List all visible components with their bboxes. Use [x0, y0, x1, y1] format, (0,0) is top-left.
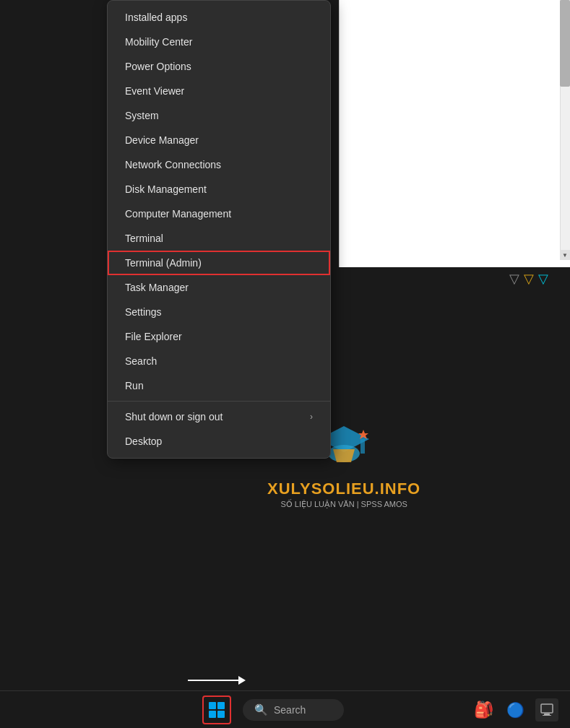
watermark-sub-text: SỐ LIỆU LUẬN VĂN | SPSS AMOS — [267, 500, 420, 509]
scrollbar-thumb[interactable] — [560, 0, 570, 87]
menu-item-label-device-manager: Device Manager — [125, 134, 199, 146]
filter-icon-yellow[interactable]: ▽ — [524, 271, 534, 287]
search-icon: 🔍 — [254, 703, 268, 716]
menu-item-event-viewer[interactable]: Event Viewer — [108, 79, 330, 103]
taskbar-right-area: 🎒 🔵 — [472, 698, 558, 722]
menu-separator-after-run — [108, 401, 330, 402]
menu-item-settings[interactable]: Settings — [108, 300, 330, 324]
menu-item-device-manager[interactable]: Device Manager — [108, 128, 330, 152]
menu-item-label-run: Run — [125, 380, 144, 391]
arrow-indicator — [188, 676, 246, 685]
scrollbar-track[interactable]: ▼ — [560, 0, 570, 260]
menu-item-label-search: Search — [125, 355, 157, 367]
svg-rect-1 — [360, 439, 365, 454]
taskbar-shield-icon[interactable]: 🔵 — [504, 698, 527, 722]
filter-icons-area: ▽ ▽ ▽ — [509, 271, 548, 287]
menu-item-label-shut-down: Shut down or sign out — [125, 411, 223, 422]
menu-item-terminal-admin[interactable]: Terminal (Admin) — [108, 251, 330, 275]
menu-item-task-manager[interactable]: Task Manager — [108, 275, 330, 300]
menu-item-label-computer-management: Computer Management — [125, 208, 231, 220]
menu-item-computer-management[interactable]: Computer Management — [108, 202, 330, 226]
menu-item-label-installed-apps: Installed apps — [125, 12, 187, 23]
arrow-line — [188, 680, 238, 681]
arrow-head — [238, 676, 246, 685]
menu-item-label-mobility-center: Mobility Center — [125, 36, 192, 48]
search-label: Search — [274, 704, 306, 716]
menu-item-desktop[interactable]: Desktop — [108, 429, 330, 454]
menu-item-run[interactable]: Run — [108, 373, 330, 398]
filter-icon-cyan[interactable]: ▽ — [538, 271, 548, 287]
taskbar: 🔍 Search 🎒 🔵 — [0, 690, 570, 728]
watermark-main-text: XULYSOLIEU.INFO — [267, 480, 420, 498]
filter-icon-gray[interactable]: ▽ — [509, 271, 519, 287]
taskbar-search-bar[interactable]: 🔍 Search — [243, 699, 344, 721]
menu-item-arrow-shut-down: › — [310, 412, 313, 422]
menu-item-label-settings: Settings — [125, 306, 162, 318]
menu-item-label-file-explorer: File Explorer — [125, 331, 182, 342]
taskbar-notification-icon[interactable]: 🎒 — [472, 698, 495, 722]
menu-item-label-network-connections: Network Connections — [125, 159, 221, 170]
win-logo-tr — [217, 702, 225, 709]
svg-rect-6 — [544, 714, 550, 715]
taskbar-desktop-icon[interactable] — [535, 698, 558, 722]
menu-item-network-connections[interactable]: Network Connections — [108, 152, 330, 177]
desktop-icon-svg — [540, 703, 553, 716]
menu-item-label-disk-management: Disk Management — [125, 183, 207, 195]
context-menu: Installed appsMobility CenterPower Optio… — [107, 0, 331, 459]
menu-item-label-terminal-admin: Terminal (Admin) — [125, 257, 202, 269]
menu-item-label-power-options: Power Options — [125, 61, 191, 72]
menu-item-terminal[interactable]: Terminal — [108, 226, 330, 251]
menu-item-label-desktop: Desktop — [125, 436, 162, 447]
menu-item-label-task-manager: Task Manager — [125, 282, 189, 293]
scrollbar-arrow-down[interactable]: ▼ — [560, 250, 570, 260]
menu-item-mobility-center[interactable]: Mobility Center — [108, 30, 330, 54]
svg-rect-5 — [541, 704, 553, 713]
menu-item-label-event-viewer: Event Viewer — [125, 85, 184, 97]
menu-item-label-system: System — [125, 110, 159, 121]
menu-item-label-terminal: Terminal — [125, 233, 163, 244]
windows-start-button[interactable] — [202, 696, 231, 724]
svg-marker-3 — [333, 449, 355, 462]
menu-item-disk-management[interactable]: Disk Management — [108, 177, 330, 202]
menu-item-file-explorer[interactable]: File Explorer — [108, 324, 330, 349]
win-logo-tl — [209, 702, 216, 709]
menu-item-installed-apps[interactable]: Installed apps — [108, 5, 330, 30]
win-logo-bl — [209, 711, 216, 718]
win-logo-br — [217, 711, 225, 718]
right-panel: ▼ — [339, 0, 570, 267]
menu-item-power-options[interactable]: Power Options — [108, 54, 330, 79]
menu-item-system[interactable]: System — [108, 103, 330, 128]
menu-item-shut-down[interactable]: Shut down or sign out› — [108, 404, 330, 429]
menu-item-search[interactable]: Search — [108, 349, 330, 373]
windows-logo — [209, 702, 225, 718]
svg-rect-7 — [543, 715, 551, 716]
